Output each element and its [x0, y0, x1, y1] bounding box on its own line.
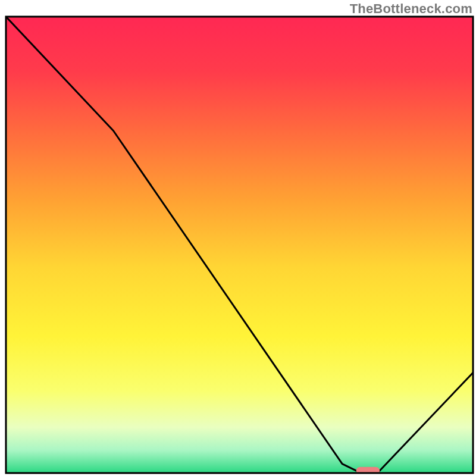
gradient-background — [6, 17, 473, 473]
chart-stage: TheBottleneck.com — [0, 0, 476, 476]
bottleneck-plot — [0, 0, 476, 476]
